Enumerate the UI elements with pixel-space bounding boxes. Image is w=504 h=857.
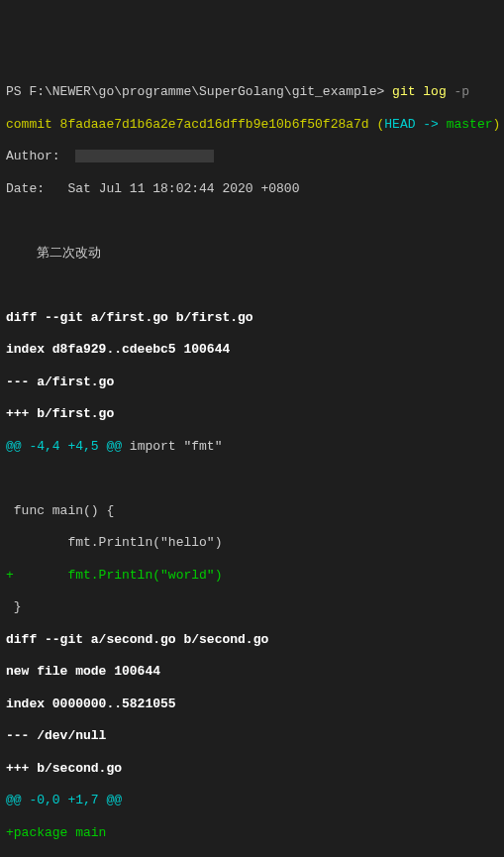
hunk-header: @@ -4,4 +4,5 @@ import "fmt" <box>6 439 498 455</box>
date-line: Date: Sat Jul 11 18:02:44 2020 +0800 <box>6 181 498 197</box>
diff-header: --- /dev/null <box>6 728 498 744</box>
prompt-line: PS F:\NEWER\go\programme\SuperGolang\git… <box>6 84 498 100</box>
diff-line: fmt.Println("hello") <box>6 535 498 551</box>
head-ref: HEAD -> <box>384 117 439 132</box>
hunk-header: @@ -0,0 +1,7 @@ <box>6 793 498 808</box>
diff-header: index d8fa929..cdeebc5 100644 <box>6 342 498 358</box>
diff-line-add: + fmt.Println("world") <box>6 568 498 584</box>
diff-line <box>6 471 498 486</box>
diff-line: } <box>6 599 498 615</box>
diff-header: --- a/first.go <box>6 375 498 390</box>
command[interactable]: git log <box>392 84 447 99</box>
diff-line: func main() { <box>6 503 498 519</box>
shell-prefix: PS <box>6 84 29 99</box>
terminal-output: PS F:\NEWER\go\programme\SuperGolang\git… <box>6 68 498 857</box>
commit-message: 第二次改动 <box>6 246 498 262</box>
diff-header: diff --git a/second.go b/second.go <box>6 632 498 648</box>
diff-header: +++ b/first.go <box>6 406 498 422</box>
diff-header: index 0000000..5821055 <box>6 696 498 712</box>
author-line: Author: <box>6 149 498 164</box>
diff-line-add: +package main <box>6 825 498 841</box>
prompt-sep: > <box>376 84 384 99</box>
command-arg: -p <box>447 84 469 99</box>
redacted-author <box>75 150 214 162</box>
diff-header: new file mode 100644 <box>6 664 498 680</box>
commit-line: commit 8fadaae7d1b6a2e7acd16dffb9e10b6f5… <box>6 117 498 133</box>
blank <box>6 277 498 293</box>
diff-header: +++ b/second.go <box>6 761 498 777</box>
diff-header: diff --git a/first.go b/first.go <box>6 310 498 326</box>
commit-hash: 8fadaae7d1b6a2e7acd16dffb9e10b6f50f28a7d <box>60 117 369 132</box>
blank <box>6 213 498 229</box>
branch-name: master <box>439 117 493 132</box>
working-dir: F:\NEWER\go\programme\SuperGolang\git_ex… <box>29 84 376 99</box>
